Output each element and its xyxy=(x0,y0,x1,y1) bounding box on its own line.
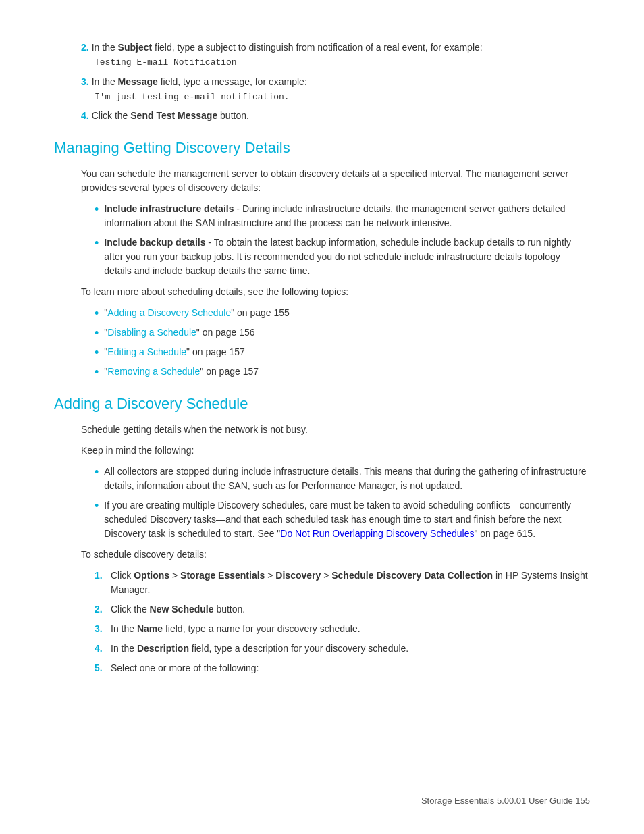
link-item-editing: • "Editing a Schedule" on page 157 xyxy=(95,345,590,362)
link-item-removing: • "Removing a Schedule" on page 157 xyxy=(95,365,590,382)
intro-step-3: 3.In the Message field, type a message, … xyxy=(81,75,590,104)
link-item-adding: • "Adding a Discovery Schedule" on page … xyxy=(95,306,590,323)
section-adding-discovery: Adding a Discovery Schedule Schedule get… xyxy=(54,392,590,675)
section1-bullet-list: • Include infrastructure details - Durin… xyxy=(95,202,590,278)
step-4-text: Click the Send Test Message button. xyxy=(92,110,249,121)
step-1: 1. Click Options > Storage Essentials > … xyxy=(95,569,590,597)
page-footer: Storage Essentials 5.00.01 User Guide 15… xyxy=(421,794,590,808)
step-2-num: 2. xyxy=(81,42,89,53)
bullet-collectors-text: All collectors are stopped during includ… xyxy=(104,465,590,493)
step-2-text: In the Subject field, type a subject to … xyxy=(92,42,483,53)
send-test-message-label: Send Test Message xyxy=(130,110,217,121)
bullet-dot-s2-1: • xyxy=(95,463,99,481)
link-disabling[interactable]: Disabling a Schedule xyxy=(107,327,196,338)
section2-intro1: Schedule getting details when the networ… xyxy=(81,423,590,437)
footer-text: Storage Essentials 5.00.01 User Guide 15… xyxy=(421,796,590,806)
backup-label: Include backup details xyxy=(104,237,205,248)
step-3-text: In the Message field, type a message, fo… xyxy=(92,76,307,87)
section2-title: Adding a Discovery Schedule xyxy=(54,392,590,415)
link-editing-text: "Editing a Schedule" on page 157 xyxy=(104,345,244,359)
step-4-num: 4. xyxy=(81,110,89,121)
link-dot-2: • xyxy=(95,324,99,342)
description-field-label: Description xyxy=(137,643,189,654)
bullet-dot-1: • xyxy=(95,201,99,219)
step-2-code: Testing E-mail Notification xyxy=(95,56,590,70)
bullet-infrastructure: • Include infrastructure details - Durin… xyxy=(95,202,590,230)
step-4-text: In the Description field, type a descrip… xyxy=(111,642,590,656)
section2-body: Schedule getting details when the networ… xyxy=(81,423,590,675)
bullet-backup: • Include backup details - To obtain the… xyxy=(95,236,590,278)
intro-step-4: 4.Click the Send Test Message button. xyxy=(81,109,590,123)
link-dot-4: • xyxy=(95,363,99,382)
step-3-text: In the Name field, type a name for your … xyxy=(111,622,590,636)
bullet-infrastructure-text: Include infrastructure details - During … xyxy=(104,202,590,230)
step-5-num: 5. xyxy=(95,661,105,675)
link-item-disabling: • "Disabling a Schedule" on page 156 xyxy=(95,325,590,342)
section1-title: Managing Getting Discovery Details xyxy=(54,136,590,159)
options-label: Options xyxy=(134,570,169,581)
step-3-num: 3. xyxy=(81,76,89,87)
bullet-backup-text: Include backup details - To obtain the l… xyxy=(104,236,590,278)
message-field-label: Message xyxy=(118,76,158,87)
step-3-code: I'm just testing e-mail notification. xyxy=(95,90,590,104)
step-4: 4. In the Description field, type a desc… xyxy=(95,642,590,656)
schedule-intro: To schedule discovery details: xyxy=(81,548,590,562)
page: 2.In the Subject field, type a subject t… xyxy=(0,0,644,834)
link-dot-1: • xyxy=(95,305,99,323)
section1-intro: You can schedule the management server t… xyxy=(81,167,590,195)
link-adding[interactable]: Adding a Discovery Schedule xyxy=(107,307,231,318)
step-1-num: 1. xyxy=(95,569,105,583)
link-editing[interactable]: Editing a Schedule xyxy=(107,346,186,357)
new-schedule-label: New Schedule xyxy=(150,604,214,615)
bullet-collectors: • All collectors are stopped during incl… xyxy=(95,465,590,493)
bullet-multiple-schedules: • If you are creating multiple Discovery… xyxy=(95,498,590,541)
step-1-text: Click Options > Storage Essentials > Dis… xyxy=(111,569,590,597)
step-4-num: 4. xyxy=(95,642,105,656)
learn-more-text: To learn more about scheduling details, … xyxy=(81,285,590,299)
step-2-num: 2. xyxy=(95,602,105,617)
section1-body: You can schedule the management server t… xyxy=(81,167,590,382)
section-managing-discovery: Managing Getting Discovery Details You c… xyxy=(54,136,590,382)
bullet-dot-s2-2: • xyxy=(95,497,99,515)
schedule-discovery-label: Schedule Discovery Data Collection xyxy=(331,570,493,581)
step-2-text: Click the New Schedule button. xyxy=(111,602,590,617)
name-field-label: Name xyxy=(137,623,163,634)
link-adding-text: "Adding a Discovery Schedule" on page 15… xyxy=(104,306,290,320)
section1-link-list: • "Adding a Discovery Schedule" on page … xyxy=(95,306,590,382)
bullet-multiple-text: If you are creating multiple Discovery s… xyxy=(104,498,590,541)
intro-steps: 2.In the Subject field, type a subject t… xyxy=(81,41,590,123)
intro-step-2: 2.In the Subject field, type a subject t… xyxy=(81,41,590,70)
section2-intro2: Keep in mind the following: xyxy=(81,444,590,458)
link-disabling-text: "Disabling a Schedule" on page 156 xyxy=(104,325,254,340)
infra-label: Include infrastructure details xyxy=(104,203,234,214)
discovery-label: Discovery xyxy=(275,570,321,581)
section2-bullet-list: • All collectors are stopped during incl… xyxy=(95,465,590,541)
step-3-num: 3. xyxy=(95,622,105,636)
step-2: 2. Click the New Schedule button. xyxy=(95,602,590,617)
step-3: 3. In the Name field, type a name for yo… xyxy=(95,622,590,636)
link-dot-3: • xyxy=(95,344,99,362)
section2-steps: 1. Click Options > Storage Essentials > … xyxy=(95,569,590,675)
link-removing[interactable]: Removing a Schedule xyxy=(107,366,200,377)
step-5-text: Select one or more of the following: xyxy=(111,661,590,675)
link-overlapping[interactable]: Do Not Run Overlapping Discovery Schedul… xyxy=(280,528,474,539)
subject-field-label: Subject xyxy=(118,42,153,53)
step-5: 5. Select one or more of the following: xyxy=(95,661,590,675)
storage-essentials-label: Storage Essentials xyxy=(180,570,265,581)
bullet-dot-2: • xyxy=(95,234,99,253)
link-removing-text: "Removing a Schedule" on page 157 xyxy=(104,365,259,379)
